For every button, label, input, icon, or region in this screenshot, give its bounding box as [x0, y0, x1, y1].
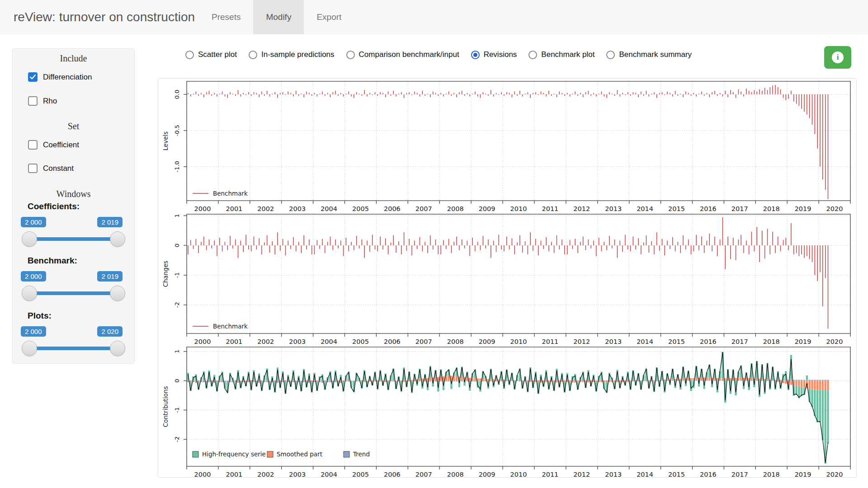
radio-comparison-benchmark-input-circle[interactable]	[346, 51, 355, 59]
info-button[interactable]: i	[824, 46, 851, 69]
checkbox-rho[interactable]: Rho	[28, 96, 57, 106]
svg-text:2012: 2012	[573, 471, 590, 477]
svg-text:2015: 2015	[668, 338, 685, 344]
svg-text:2009: 2009	[479, 338, 495, 344]
svg-text:2000: 2000	[194, 205, 211, 211]
tab-presets[interactable]: Presets	[199, 0, 253, 34]
checkbox-rho-label: Rho	[43, 97, 57, 106]
slider-benchmark-handle-from[interactable]	[22, 286, 37, 301]
svg-text:Levels: Levels	[162, 131, 169, 151]
svg-text:2002: 2002	[257, 471, 274, 477]
slider-benchmark-from-value: 2 000	[21, 271, 46, 282]
slider-plots-track[interactable]	[29, 347, 118, 350]
svg-text:2000: 2000	[194, 471, 211, 477]
radio-benchmark-plot-circle[interactable]	[528, 51, 537, 59]
slider-benchmark-track[interactable]	[29, 291, 118, 295]
svg-text:2002: 2002	[257, 205, 274, 211]
slider-benchmark-handle-to[interactable]	[110, 286, 125, 301]
radio-benchmark-plot-label: Benchmark plot	[541, 50, 594, 59]
radio-scatter-plot-label: Scatter plot	[198, 50, 237, 59]
svg-text:2020: 2020	[826, 471, 843, 477]
svg-text:2017: 2017	[731, 338, 748, 344]
svg-text:-1: -1	[174, 407, 180, 413]
include-heading: Include	[13, 53, 134, 64]
slider-coefficients-from-value: 2 000	[21, 217, 46, 227]
checkbox-constant-box[interactable]	[28, 164, 38, 173]
svg-text:1: 1	[174, 350, 180, 353]
svg-text:2006: 2006	[384, 338, 401, 344]
checkbox-constant[interactable]: Constant	[28, 164, 74, 173]
svg-text:2014: 2014	[637, 471, 653, 477]
tab-modify[interactable]: Modify	[253, 0, 304, 34]
radio-scatter-plot-circle[interactable]	[185, 51, 194, 59]
slider-benchmark-label: Benchmark:	[28, 256, 77, 266]
levels-chart: 2000200120022003200420052006200720082009…	[158, 79, 854, 211]
svg-text:Changes: Changes	[162, 261, 169, 287]
checkbox-coefficient[interactable]: Coefficient	[28, 140, 79, 150]
svg-text:2016: 2016	[700, 338, 717, 344]
svg-text:2005: 2005	[352, 338, 369, 344]
slider-plots-handle-to[interactable]	[110, 341, 125, 356]
svg-text:2004: 2004	[321, 471, 337, 477]
svg-text:2018: 2018	[763, 338, 780, 344]
svg-text:2006: 2006	[384, 205, 401, 211]
svg-text:2013: 2013	[605, 338, 622, 344]
slider-coefficients-track[interactable]	[29, 237, 118, 241]
svg-text:2013: 2013	[605, 471, 622, 477]
checkbox-coefficient-label: Coefficient	[43, 141, 79, 150]
slider-coefficients-handle-to[interactable]	[110, 231, 125, 247]
slider-coefficients-handle-from[interactable]	[22, 231, 37, 247]
checkbox-coefficient-box[interactable]	[28, 140, 38, 150]
radio-comparison-benchmark-input[interactable]: Comparison benchmark/input	[346, 50, 459, 59]
slider-coefficients-to-value: 2 019	[97, 217, 123, 227]
svg-text:2010: 2010	[510, 471, 527, 477]
svg-text:-1: -1	[174, 272, 180, 278]
app-header: reView: turnover on construction Presets…	[0, 0, 868, 34]
svg-text:2005: 2005	[352, 471, 369, 477]
tab-export[interactable]: Export	[304, 0, 354, 34]
checkbox-differenciation-label: Differenciation	[43, 73, 92, 82]
check-icon	[30, 75, 36, 80]
svg-text:0: 0	[174, 244, 180, 247]
svg-text:2015: 2015	[668, 205, 685, 211]
svg-text:2018: 2018	[763, 205, 780, 211]
slider-plots-handle-from[interactable]	[22, 341, 37, 356]
svg-text:2007: 2007	[415, 471, 432, 477]
radio-benchmark-summary-label: Benchmark summary	[619, 50, 692, 59]
svg-text:2019: 2019	[795, 205, 811, 211]
svg-text:-2: -2	[174, 436, 180, 442]
svg-text:2014: 2014	[637, 205, 653, 211]
radio-comparison-benchmark-input-label: Comparison benchmark/input	[359, 50, 459, 59]
svg-text:2020: 2020	[826, 338, 843, 344]
svg-text:2007: 2007	[415, 205, 432, 211]
changes-chart: 2000200120022003200420052006200720082009…	[158, 211, 854, 344]
checkbox-differenciation-box[interactable]	[28, 72, 38, 82]
checkbox-rho-box[interactable]	[28, 96, 38, 106]
svg-text:2011: 2011	[542, 338, 558, 344]
radio-revisions[interactable]: Revisions	[471, 50, 517, 59]
radio-revisions-circle[interactable]	[471, 51, 480, 59]
radio-scatter-plot[interactable]: Scatter plot	[185, 50, 237, 59]
svg-text:2013: 2013	[605, 205, 622, 211]
slider-benchmark: Benchmark: 2 000 2 019	[13, 256, 134, 306]
svg-text:-2: -2	[174, 302, 180, 308]
svg-text:2011: 2011	[542, 205, 558, 211]
radio-benchmark-plot[interactable]: Benchmark plot	[528, 50, 594, 59]
slider-benchmark-to-value: 2 019	[97, 271, 123, 282]
radio-in-sample-predictions-circle[interactable]	[249, 51, 257, 59]
slider-plots-label: Plots:	[28, 311, 52, 321]
windows-heading: Windows	[13, 189, 134, 199]
svg-text:2009: 2009	[479, 205, 495, 211]
checkbox-differenciation[interactable]: Differenciation	[28, 72, 92, 82]
svg-text:2001: 2001	[226, 205, 242, 211]
radio-benchmark-summary[interactable]: Benchmark summary	[606, 50, 692, 59]
svg-text:2003: 2003	[289, 471, 306, 477]
revisions-plot-panel: 2000200120022003200420052006200720082009…	[158, 78, 857, 478]
slider-coefficients: Coefficients: 2 000 2 019	[13, 202, 134, 252]
radio-benchmark-summary-circle[interactable]	[606, 51, 615, 59]
svg-text:High-frequency serie: High-frequency serie	[202, 450, 266, 458]
svg-text:2017: 2017	[731, 471, 748, 477]
svg-text:2020: 2020	[826, 205, 843, 211]
radio-in-sample-predictions[interactable]: In-sample predictions	[249, 50, 335, 59]
svg-text:2007: 2007	[415, 338, 432, 344]
